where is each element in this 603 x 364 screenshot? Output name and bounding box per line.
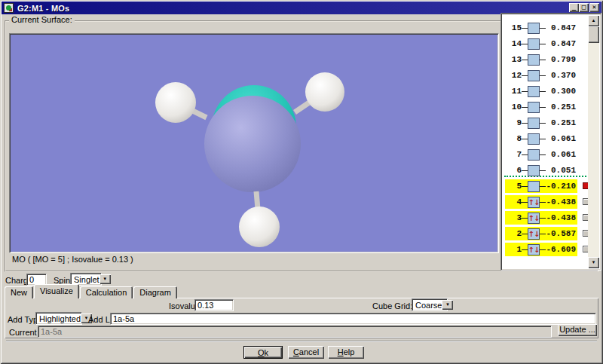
mo-number: 10	[507, 102, 522, 112]
mo-tick	[540, 202, 546, 203]
surface-status-label: MO ( [MO = 5] ; Isovalue = 0.13 )	[12, 255, 133, 264]
mo-tick	[522, 60, 528, 60]
selected-mo-indicator[interactable]	[583, 182, 588, 189]
mo-number: 7	[507, 150, 522, 159]
mo-row-8[interactable]: 80.061	[505, 132, 577, 145]
mo-tick	[540, 170, 546, 171]
hydrogen-atom	[155, 82, 196, 123]
update-button[interactable]: Update ...	[558, 324, 597, 336]
mo-orbital-box[interactable]	[528, 54, 540, 66]
spin-down-arrow-icon: ↓	[534, 197, 539, 207]
mo-tick	[540, 107, 546, 108]
spin-up-arrow-icon: ↑	[528, 213, 534, 223]
list-mo-indicator[interactable]	[583, 246, 588, 252]
mo-orbital-box[interactable]	[528, 181, 540, 192]
isovalue-input[interactable]	[194, 299, 234, 311]
mo-orbital-box[interactable]: ↑↓	[528, 228, 540, 240]
tab-visualize[interactable]: Visualize	[34, 284, 79, 298]
mo-orbital-box[interactable]	[528, 23, 540, 34]
mo-tick	[522, 154, 528, 155]
mo-tick	[522, 28, 528, 29]
mo-orbital-box[interactable]	[528, 118, 540, 129]
mo-orbital-box[interactable]	[528, 149, 540, 161]
ok-button[interactable]: Ok	[243, 346, 283, 359]
app-icon	[4, 3, 14, 13]
mo-number: 2	[507, 229, 522, 238]
mo-energy-value: -0.438	[546, 197, 576, 206]
spin-up-arrow-icon: ↑	[528, 197, 534, 207]
mo-row-7[interactable]: 70.061	[505, 148, 577, 161]
current-list-field	[38, 326, 552, 338]
cube-grid-value: Coarse	[412, 301, 442, 310]
chevron-down-icon[interactable]: ▼	[442, 300, 453, 310]
mo-tick	[540, 249, 546, 250]
chevron-down-icon[interactable]: ▼	[99, 274, 111, 284]
mo-row-9[interactable]: 90.251	[505, 116, 577, 130]
mo-tick	[522, 107, 528, 108]
mo-tick	[540, 60, 546, 60]
mo-tick	[522, 91, 528, 92]
mo-row-6[interactable]: 60.051	[505, 164, 577, 177]
mo-number: 1	[507, 245, 522, 254]
mo-tick	[522, 170, 528, 171]
mo-tick	[540, 44, 546, 44]
mo-tick	[522, 186, 528, 187]
mo-orbital-box[interactable]: ↑↓	[528, 197, 540, 208]
mo-tick	[540, 186, 546, 187]
mo-row-13[interactable]: 130.799	[505, 53, 577, 66]
mo-row-1[interactable]: 1↑↓-6.609	[505, 243, 577, 256]
minimize-button[interactable]: _	[569, 3, 579, 12]
mo-number: 15	[507, 23, 522, 32]
mo-orbital-box[interactable]	[528, 86, 540, 97]
current-surface-label: Current Surface:	[9, 15, 75, 24]
mo-energy-value: 0.300	[546, 87, 576, 96]
close-button[interactable]: ✕	[589, 3, 599, 12]
mo-number: 9	[507, 118, 522, 127]
mo-number: 6	[507, 166, 522, 175]
tab-new[interactable]: New	[5, 286, 33, 298]
scrollbar-thumb[interactable]	[588, 26, 599, 43]
mo-number: 3	[507, 213, 522, 222]
tab-calculation[interactable]: Calculation	[80, 286, 133, 298]
cancel-button[interactable]: Cancel	[288, 346, 324, 359]
mo-energy-value: 0.847	[546, 23, 576, 32]
add-type-dropdown[interactable]: Highlighted ▼	[35, 312, 82, 325]
mo-number: 13	[507, 55, 522, 64]
mo-row-12[interactable]: 120.370	[505, 69, 577, 82]
add-list-input[interactable]	[110, 313, 596, 325]
mo-orbital-box[interactable]	[528, 165, 540, 176]
mo-tick	[522, 202, 528, 203]
mo-list-scrollbar[interactable]: ▲ ▼	[588, 15, 599, 268]
cube-grid-dropdown[interactable]: Coarse ▼	[412, 298, 448, 311]
mo-orbital-box[interactable]: ↑↓	[528, 244, 540, 255]
list-mo-indicator[interactable]	[583, 214, 588, 221]
help-button[interactable]: Help	[328, 346, 364, 359]
mo-row-4[interactable]: 4↑↓-0.438	[505, 195, 577, 209]
mo-row-3[interactable]: 3↑↓-0.438	[505, 211, 577, 225]
scrollbar-down-icon[interactable]: ▼	[588, 257, 599, 268]
maximize-button[interactable]: □	[579, 3, 589, 12]
mo-tick	[540, 234, 546, 234]
mo-orbital-box[interactable]	[528, 133, 540, 145]
mo-row-2[interactable]: 2↑↓-0.587	[505, 227, 577, 240]
add-type-value: Highlighted	[36, 314, 81, 323]
mo-orbital-box[interactable]	[528, 70, 540, 81]
tab-diagram[interactable]: Diagram	[133, 286, 177, 298]
mo-row-5[interactable]: 5-0.210	[505, 179, 577, 193]
mo-tick	[522, 139, 528, 139]
mo-row-14[interactable]: 140.847	[505, 37, 577, 50]
mo-row-10[interactable]: 100.251	[505, 100, 577, 114]
viewport-canvas[interactable]	[9, 33, 499, 253]
list-mo-indicator[interactable]	[583, 230, 588, 237]
list-mo-indicator[interactable]	[583, 198, 588, 205]
mo-orbital-box[interactable]: ↑↓	[528, 213, 540, 224]
mo-tick	[522, 123, 528, 124]
mo-orbital-box[interactable]	[528, 102, 540, 113]
mo-tick	[522, 44, 528, 44]
mo-orbital-box[interactable]	[528, 38, 540, 50]
scrollbar-up-icon[interactable]: ▲	[588, 15, 599, 26]
mo-tick	[522, 249, 528, 250]
mo-row-11[interactable]: 110.300	[505, 84, 577, 98]
mo-energy-value: 0.251	[546, 102, 576, 112]
mo-row-15[interactable]: 150.847	[505, 21, 577, 35]
